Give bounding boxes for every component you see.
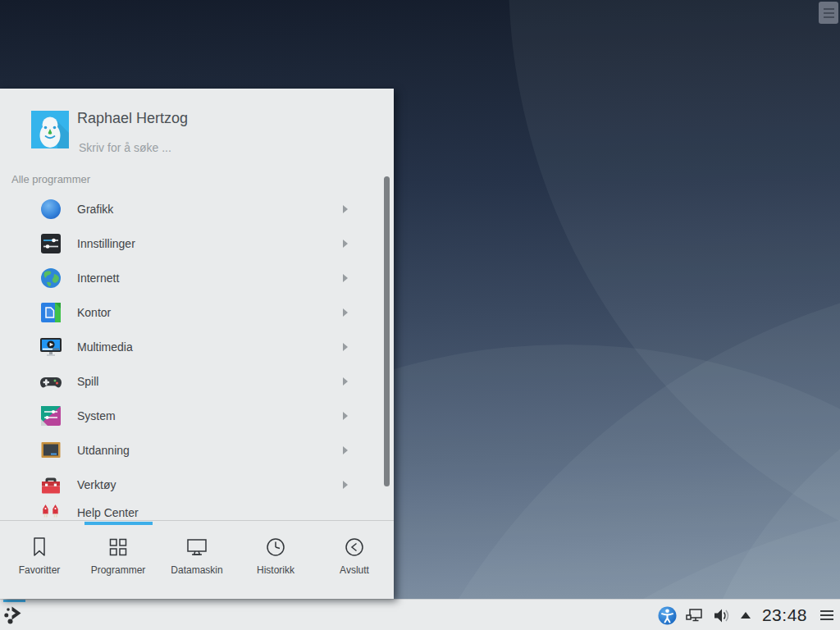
menu-item-kontor[interactable]: Kontor	[0, 295, 394, 330]
list-scrollbar[interactable]	[384, 176, 390, 486]
settings-sliders-icon	[39, 232, 62, 255]
graphics-sphere-icon	[39, 198, 62, 221]
chevron-right-icon	[343, 343, 348, 351]
tab-avslutt[interactable]: Avslutt	[315, 521, 394, 599]
display-icon[interactable]	[685, 606, 704, 625]
chevron-right-icon	[343, 205, 348, 213]
menu-item-innstillinger[interactable]: Innstillinger	[0, 226, 394, 261]
breadcrumb-all-programs: Alle programmer	[11, 173, 90, 185]
digital-clock[interactable]: 23:48	[762, 605, 807, 625]
chevron-right-icon	[343, 240, 348, 248]
hamburger-icon	[824, 8, 834, 10]
leave-icon	[341, 534, 368, 560]
menu-item-multimedia[interactable]: Multimedia	[0, 330, 394, 364]
education-blackboard-icon	[39, 439, 62, 462]
chevron-right-icon	[343, 412, 348, 420]
launcher-tabbar: Favoritter Programmer Dat	[0, 520, 394, 599]
tab-programmer[interactable]: Programmer	[79, 521, 158, 599]
tab-favoritter[interactable]: Favoritter	[0, 521, 79, 599]
office-document-icon	[39, 301, 62, 324]
applications-grid-icon	[105, 534, 131, 560]
games-gamepad-icon	[39, 370, 62, 393]
multimedia-player-icon	[39, 336, 62, 358]
desktop-toolbox-button[interactable]	[819, 2, 838, 24]
menu-item-grafikk[interactable]: Grafikk	[0, 192, 394, 226]
system-tray: 23:48	[658, 600, 835, 630]
history-clock-icon	[262, 534, 289, 560]
tab-historikk[interactable]: Historikk	[236, 521, 315, 599]
chevron-right-icon	[343, 308, 348, 317]
taskbar-panel: 23:48	[0, 599, 840, 630]
internet-globe-icon	[39, 267, 62, 290]
menu-item-internett[interactable]: Internett	[0, 261, 394, 295]
expand-tray-caret-icon[interactable]	[739, 610, 752, 620]
user-avatar[interactable]	[31, 111, 69, 148]
category-list: Grafikk Innstillinger	[0, 192, 394, 520]
search-input[interactable]	[77, 138, 372, 158]
chevron-right-icon	[343, 377, 348, 386]
chevron-right-icon	[343, 446, 348, 454]
menu-item-system[interactable]: System	[0, 399, 394, 433]
application-launcher-button[interactable]	[0, 600, 28, 630]
computer-monitor-icon	[184, 534, 210, 560]
application-launcher-popup: Raphael Hertzog Alle programmer Grafikk	[0, 89, 394, 599]
system-sliders-icon	[39, 404, 62, 427]
utilities-toolbox-icon	[39, 473, 62, 496]
panel-hamburger-icon[interactable]	[819, 607, 835, 623]
menu-item-help-center[interactable]: Help Center	[0, 495, 394, 520]
help-center-icon	[39, 501, 62, 520]
user-name: Raphael Hertzog	[77, 110, 188, 127]
accessibility-icon[interactable]	[658, 606, 677, 625]
hamburger-icon	[824, 12, 834, 14]
chevron-right-icon	[343, 274, 348, 282]
volume-icon[interactable]	[712, 606, 731, 625]
launcher-logo-icon	[2, 604, 27, 628]
hamburger-icon	[824, 16, 834, 18]
chevron-right-icon	[343, 481, 348, 489]
favorites-bookmark-icon	[26, 534, 52, 560]
tab-datamaskin[interactable]: Datamaskin	[158, 521, 236, 599]
menu-item-utdanning[interactable]: Utdanning	[0, 433, 394, 468]
menu-item-spill[interactable]: Spill	[0, 364, 394, 399]
active-launcher-indicator	[3, 600, 25, 602]
